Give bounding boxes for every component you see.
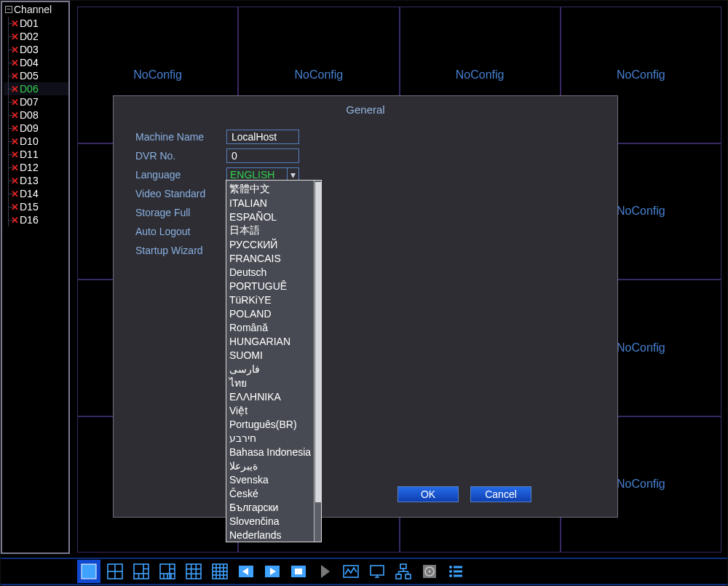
dropdown-scrollbar[interactable] (314, 181, 321, 542)
storage-full-label: Storage Full (135, 207, 226, 218)
channel-item[interactable]: ✕D11 (4, 148, 68, 161)
svg-rect-38 (405, 574, 411, 579)
menu-icon[interactable] (444, 560, 467, 583)
channel-item[interactable]: ✕D16 (4, 213, 68, 226)
view-1x1-icon[interactable] (77, 560, 100, 583)
channel-item[interactable]: ✕D01 (4, 17, 68, 30)
channel-label: D13 (20, 175, 39, 186)
sidebar-title[interactable]: − Channel (4, 4, 68, 17)
ptz-icon[interactable] (313, 560, 336, 583)
fullscreen-icon[interactable] (287, 560, 310, 583)
svg-point-48 (449, 574, 452, 577)
language-option[interactable]: Română (228, 320, 312, 334)
channel-label: D14 (20, 188, 39, 199)
dialog-title: General (114, 96, 617, 127)
svg-rect-36 (400, 564, 406, 569)
svg-rect-51 (454, 575, 462, 577)
machine-name-label: Machine Name (135, 131, 226, 143)
svg-rect-37 (396, 574, 401, 579)
ok-button[interactable]: OK (397, 486, 459, 502)
channel-item[interactable]: ✕D02 (4, 30, 68, 43)
dvr-no-input[interactable] (226, 149, 299, 163)
language-option[interactable]: Nederlands (228, 528, 312, 542)
channel-item[interactable]: ✕D10 (4, 135, 68, 148)
channel-label: D12 (20, 162, 39, 173)
language-option[interactable]: České (228, 486, 312, 500)
language-option[interactable]: Việt (228, 403, 312, 417)
channel-label: D11 (20, 149, 39, 160)
sidebar-title-text: Channel (14, 4, 52, 15)
language-option[interactable]: ΕΛΛΗΝΙΚΑ (228, 389, 312, 403)
language-option[interactable]: Български (228, 500, 312, 514)
language-option[interactable]: Svenska (228, 472, 312, 486)
auto-logout-label: Auto Logout (135, 226, 226, 237)
view-1-5-icon[interactable] (130, 560, 153, 583)
svg-rect-33 (371, 566, 384, 575)
language-option[interactable]: POLAND (228, 306, 312, 320)
channel-label: D01 (20, 17, 39, 29)
channel-label: D16 (20, 214, 39, 226)
svg-rect-4 (134, 564, 149, 579)
channel-item[interactable]: ✕D04 (4, 56, 68, 69)
storage-icon[interactable] (418, 560, 441, 583)
language-option[interactable]: Português(BR) (228, 417, 312, 431)
cancel-button[interactable]: Cancel (470, 486, 531, 502)
svg-rect-49 (454, 566, 462, 569)
channel-label: D05 (20, 70, 39, 82)
svg-point-45 (429, 571, 431, 573)
language-option[interactable]: Deutsch (228, 265, 312, 279)
channel-item[interactable]: ✕D07 (4, 95, 68, 108)
next-page-icon[interactable] (261, 560, 284, 583)
language-option[interactable]: FRANCAIS (228, 251, 312, 265)
bottom-toolbar (1, 558, 728, 585)
language-option[interactable]: ไทย (228, 376, 312, 389)
channel-item[interactable]: ✕D08 (4, 108, 68, 122)
language-option[interactable]: 日本語 (228, 223, 312, 237)
channel-item[interactable]: ✕D13 (4, 174, 68, 187)
view-1-7-icon[interactable] (156, 560, 179, 583)
startup-wizard-label: Startup Wizard (135, 245, 226, 256)
machine-name-input[interactable] (226, 130, 299, 144)
scrollbar-thumb[interactable] (315, 182, 321, 502)
view-2x2-icon[interactable] (103, 560, 127, 583)
language-option[interactable]: فارسی (228, 362, 312, 376)
channel-item[interactable]: ✕D09 (4, 122, 68, 135)
prev-page-icon[interactable] (234, 560, 258, 583)
network-icon[interactable] (392, 560, 415, 583)
channel-item[interactable]: ✕D03 (4, 43, 68, 56)
channel-item[interactable]: ✕D15 (4, 200, 68, 213)
svg-rect-16 (186, 564, 201, 579)
channel-label: D09 (20, 122, 39, 134)
language-selected-value: ENGLISH (230, 169, 274, 181)
language-label: Language (135, 169, 226, 181)
view-3x3-icon[interactable] (182, 560, 205, 583)
language-option[interactable]: PORTUGUÊ (228, 279, 312, 293)
display-icon[interactable] (365, 560, 389, 583)
channel-label: D03 (20, 44, 39, 55)
language-option[interactable]: חירבע (228, 431, 312, 445)
alarm-icon[interactable] (339, 560, 363, 583)
general-settings-dialog: General Machine Name DVR No. Language EN… (113, 95, 618, 518)
language-option[interactable]: 繁體中文 (228, 182, 312, 196)
view-4x4-icon[interactable] (208, 560, 232, 583)
dvr-no-label: DVR No. (135, 150, 226, 162)
language-option[interactable]: TüRKiYE (228, 293, 312, 306)
channel-item[interactable]: ✕D05 (4, 69, 68, 82)
channel-item[interactable]: ✕D06 (4, 82, 68, 95)
channel-item[interactable]: ✕D12 (4, 161, 68, 174)
video-standard-label: Video Standard (135, 188, 226, 199)
language-option[interactable]: SUOMI (228, 348, 312, 362)
language-option[interactable]: ةيبرعلا (228, 459, 312, 472)
svg-rect-50 (454, 571, 462, 573)
language-option[interactable]: ITALIAN (228, 196, 312, 210)
collapse-icon[interactable]: − (5, 6, 12, 13)
language-option[interactable]: Bahasa Indonesia (228, 445, 312, 459)
channel-label: D04 (20, 57, 39, 68)
channel-sidebar: − Channel ✕D01✕D02✕D03✕D04✕D05✕D06✕D07✕D… (1, 1, 70, 554)
channel-item[interactable]: ✕D14 (4, 187, 68, 200)
language-dropdown: 繁體中文ITALIANESPAÑOL日本語РУССКИЙFRANCAISDeut… (226, 180, 322, 542)
language-option[interactable]: РУССКИЙ (228, 237, 312, 251)
language-option[interactable]: Slovenčina (228, 514, 312, 528)
language-option[interactable]: ESPAÑOL (228, 210, 312, 223)
language-option[interactable]: HUNGARIAN (228, 334, 312, 348)
